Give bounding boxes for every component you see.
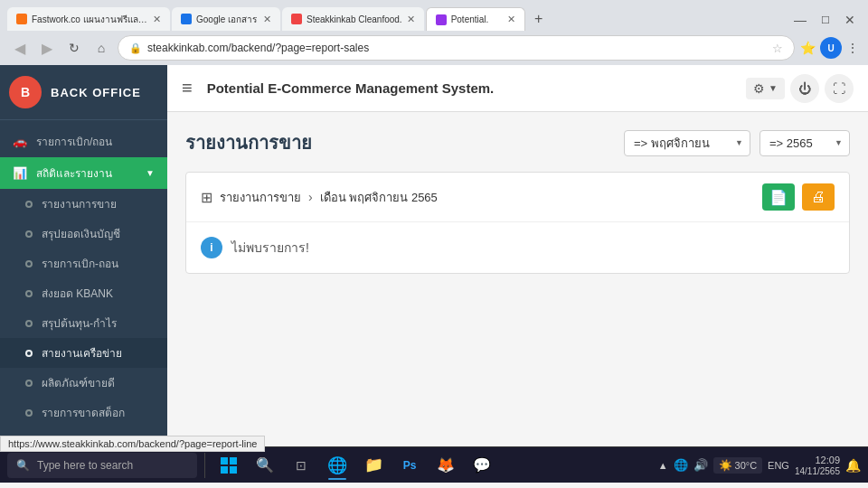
sub-dot-icon8: [25, 409, 33, 417]
tab4-favicon: [436, 14, 447, 25]
taskbar-app-extra2[interactable]: 💬: [466, 449, 498, 482]
taskbar-search-text: Type here to search: [37, 459, 133, 472]
sidebar-label-best-products: ผลิตภัณฑ์ขายดี: [42, 374, 115, 391]
sidebar-label-stats: สถิติและรายงาน: [36, 164, 112, 182]
temperature-text: 30°C: [735, 460, 758, 471]
sidebar-item-report-sales[interactable]: รายงานการขาย: [0, 189, 167, 219]
taskbar-right: ▲ 🌐 🔊 ☀️ 30°C ENG 12:09 14/11/2565 🔔: [658, 455, 861, 476]
fullscreen-button[interactable]: ⛶: [825, 74, 854, 103]
taskbar-network-icon[interactable]: 🌐: [674, 458, 688, 472]
address-text: steakkinkab.com/backend/?page=report-sal…: [147, 42, 767, 54]
tab2-favicon: [181, 14, 192, 24]
tab4-close[interactable]: ✕: [507, 14, 515, 25]
taskbar-search-icon: 🔍: [16, 459, 30, 472]
taskbar-up-arrow-icon[interactable]: ▲: [658, 460, 668, 471]
taskbar-app-extra1[interactable]: 🦊: [429, 449, 462, 482]
sidebar-item-export-kbank[interactable]: ส่งยอด KBANK: [0, 278, 167, 308]
tab3-close[interactable]: ✕: [407, 14, 415, 25]
breadcrumb-header: ⊞ รายงานการขาย › เดือน พฤศจิกายน 2565 📄 …: [186, 173, 849, 222]
filter-controls: => มกราคม => กุมภาพันธ์ => มีนาคม => เมษ…: [624, 130, 850, 156]
sub-dot-icon4: [25, 290, 33, 297]
browser-tab-3[interactable]: Steakkinkab Cleanfood. ✕: [282, 7, 424, 31]
taskbar-search-app[interactable]: 🔍: [249, 449, 281, 482]
sidebar-item-best-products[interactable]: ผลิตภัณฑ์ขายดี: [0, 368, 167, 398]
year-filter-select[interactable]: => 2563 => 2564 => 2565 => 2566: [760, 130, 850, 156]
tab2-label: Google เอกสาร: [196, 13, 259, 26]
breadcrumb-current-text: เดือน พฤศจิกายน 2565: [320, 188, 438, 207]
taskbar-task-view[interactable]: ⊡: [285, 449, 317, 482]
start-button[interactable]: [212, 449, 245, 482]
sidebar-item-transactions[interactable]: รายการเบิก-ถอน: [0, 249, 167, 278]
lock-icon: 🔒: [129, 42, 142, 54]
sidebar-label-report-sales: รายงานการขาย: [42, 195, 117, 212]
info-icon-badge: i: [201, 237, 222, 258]
task-view-icon: ⊡: [296, 458, 307, 473]
reload-button[interactable]: ↻: [63, 37, 85, 59]
tab1-close[interactable]: ✕: [153, 14, 161, 25]
sidebar-label-network: สายงานเครือข่าย: [42, 344, 122, 361]
close-button[interactable]: ✕: [839, 13, 861, 27]
sidebar-menu: 🚗 รายการเบิก/ถอน 📊 สถิติและรายงาน ▼ รายง…: [0, 120, 167, 446]
breadcrumb-section-text: รายงานการขาย: [220, 188, 301, 207]
sidebar-item-summary-account[interactable]: สรุปยอดเงินบัญชี: [0, 219, 167, 249]
app-extra2-icon: 💬: [473, 456, 491, 474]
gear-button[interactable]: ⚙ ▼: [746, 78, 785, 99]
minimize-button[interactable]: —: [788, 13, 812, 27]
month-filter-select[interactable]: => มกราคม => กุมภาพันธ์ => มีนาคม => เมษ…: [624, 130, 750, 156]
sidebar-label-stock-sales: รายการขาดสต็อก: [42, 404, 125, 421]
topbar: ≡ Potential E-Commerce Management System…: [167, 65, 868, 112]
page-title: รายงานการขาย: [185, 128, 312, 157]
home-button[interactable]: ⌂: [90, 37, 112, 59]
year-filter-wrapper: => 2563 => 2564 => 2565 => 2566 ▼: [760, 130, 850, 156]
address-bar-row: ◀ ▶ ↻ ⌂ 🔒 steakkinkab.com/backend/?page=…: [0, 31, 868, 65]
gear-dropdown-icon: ▼: [769, 83, 778, 93]
sidebar-title: BACK OFFICE: [51, 86, 141, 99]
browser-chrome: Fastwork.co แผนงานฟรีแลนซ์คุ้ม... ✕ Goog…: [0, 0, 868, 65]
print-button[interactable]: 🖨: [802, 183, 835, 211]
address-input-bar[interactable]: 🔒 steakkinkab.com/backend/?page=report-s…: [118, 35, 795, 61]
profile-avatar[interactable]: U: [820, 37, 842, 59]
taskbar-language[interactable]: ENG: [768, 460, 789, 471]
taskbar: 🔍 Type here to search 🔍 ⊡ 🌐 📁 Ps 🦊 💬 ▲: [0, 446, 868, 483]
star-icon[interactable]: ☆: [772, 42, 783, 55]
sub-dot-icon7: [25, 380, 33, 387]
browser-menu-area: ⭐ U ⋮: [800, 37, 859, 59]
sidebar-item-stats[interactable]: 📊 สถิติและรายงาน ▼: [0, 157, 167, 189]
new-tab-button[interactable]: +: [527, 7, 551, 31]
taskbar-photoshop-app[interactable]: Ps: [393, 449, 426, 482]
taskbar-chrome-app[interactable]: 🌐: [321, 449, 354, 482]
back-button[interactable]: ◀: [9, 37, 31, 59]
browser-tab-2[interactable]: Google เอกสาร ✕: [172, 7, 280, 31]
tab3-label: Steakkinkab Cleanfood.: [307, 14, 402, 24]
taskbar-notification-icon[interactable]: 🔔: [845, 458, 861, 473]
info-letter: i: [210, 241, 212, 254]
status-url-bar: https://www.steakkinkab.com/backend/?pag…: [0, 436, 265, 452]
export-button[interactable]: 📄: [762, 183, 795, 211]
taskbar-explorer-app[interactable]: 📁: [357, 449, 390, 482]
forward-button[interactable]: ▶: [36, 37, 58, 59]
browser-tab-4[interactable]: Potential. ✕: [426, 7, 525, 31]
taskbar-search-box[interactable]: 🔍 Type here to search: [7, 453, 197, 478]
tab3-favicon: [291, 14, 302, 24]
breadcrumb-grid-icon: ⊞: [201, 189, 212, 206]
sub-dot-icon6: [25, 350, 33, 357]
info-message-text: ไม่พบรายการ!: [231, 238, 309, 258]
sidebar-label-transactions: รายการเบิก-ถอน: [42, 255, 118, 272]
hamburger-button[interactable]: ≡: [182, 78, 193, 99]
topbar-title: Potential E-Commerce Management System.: [207, 80, 731, 96]
sidebar-item-network[interactable]: สายงานเครือข่าย: [0, 338, 167, 368]
photoshop-icon: Ps: [403, 459, 417, 472]
browser-tab-1[interactable]: Fastwork.co แผนงานฟรีแลนซ์คุ้ม... ✕: [7, 7, 170, 31]
sidebar-item-stock-sales[interactable]: รายการขาดสต็อก: [0, 398, 167, 427]
power-button[interactable]: ⏻: [790, 74, 819, 103]
sidebar-item-deposits[interactable]: 🚗 รายการเบิก/ถอน: [0, 126, 167, 157]
taskbar-time: 12:09: [815, 455, 840, 465]
sidebar-item-summary-profit[interactable]: สรุปต้นทุน-กำไร: [0, 308, 167, 338]
taskbar-volume-icon[interactable]: 🔊: [693, 458, 708, 472]
settings-icon[interactable]: ⋮: [846, 41, 859, 55]
tab2-close[interactable]: ✕: [263, 14, 271, 25]
bookmark-icon[interactable]: ⭐: [800, 41, 816, 55]
svg-rect-0: [221, 457, 228, 465]
svg-rect-3: [230, 466, 237, 474]
maximize-button[interactable]: ☐: [816, 14, 835, 26]
